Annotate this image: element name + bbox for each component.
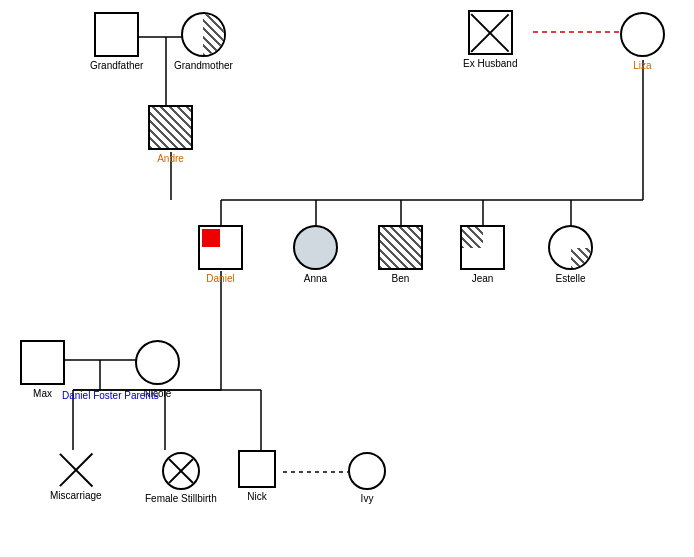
liza-symbol [620,12,665,57]
grandmother-node: Grandmother [174,12,233,71]
daniel-node: Daniel [198,225,243,284]
jean-node: Jean [460,225,505,284]
ex-husband-label: Ex Husband [463,58,517,69]
estelle-node: Estelle [548,225,593,284]
anna-symbol [293,225,338,270]
ivy-node: Ivy [348,452,386,504]
female-stillbirth-symbol [162,452,200,490]
estelle-label: Estelle [555,273,585,284]
liza-label: Liza [633,60,651,71]
jean-symbol [460,225,505,270]
miscarriage-label: Miscarriage [50,490,102,501]
nicole-symbol [135,340,180,385]
max-label: Max [33,388,52,399]
jean-label: Jean [472,273,494,284]
ex-husband-symbol [468,10,513,55]
foster-parents-label: Daniel Foster Parents [62,390,159,401]
grandfather-node: Grandfather [90,12,143,71]
ivy-label: Ivy [361,493,374,504]
grandfather-label: Grandfather [90,60,143,71]
anna-label: Anna [304,273,327,284]
max-symbol [20,340,65,385]
ex-husband-node: Ex Husband [463,10,517,69]
andre-node: Andre [148,105,193,164]
grandmother-symbol [181,12,226,57]
female-stillbirth-node: Female Stillbirth [145,452,217,504]
female-stillbirth-label: Female Stillbirth [145,493,217,504]
max-node: Max [20,340,65,399]
ivy-symbol [348,452,386,490]
grandfather-symbol [94,12,139,57]
andre-label: Andre [157,153,184,164]
miscarriage-symbol [58,452,93,487]
estelle-symbol [548,225,593,270]
andre-symbol [148,105,193,150]
nick-node: Nick [238,450,276,502]
nick-label: Nick [247,491,266,502]
ben-label: Ben [392,273,410,284]
ben-node: Ben [378,225,423,284]
daniel-label: Daniel [206,273,234,284]
ben-symbol [378,225,423,270]
liza-node: Liza [620,12,665,71]
daniel-symbol [198,225,243,270]
anna-node: Anna [293,225,338,284]
grandmother-label: Grandmother [174,60,233,71]
nick-symbol [238,450,276,488]
miscarriage-node: Miscarriage [50,452,102,501]
genogram-diagram: Grandfather Grandmother Ex Husband Liza … [0,0,694,557]
